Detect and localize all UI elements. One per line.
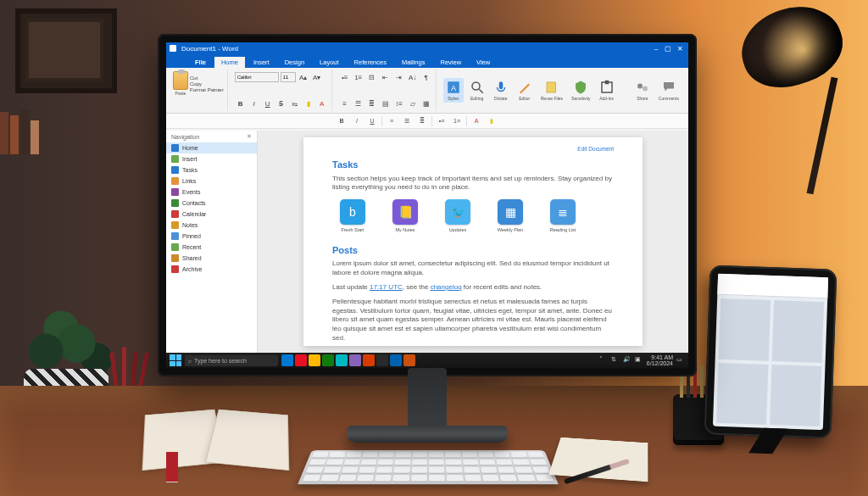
tab-design[interactable]: Design bbox=[278, 57, 311, 68]
nav-item-recent[interactable]: Recent bbox=[166, 242, 257, 253]
tab-insert[interactable]: Insert bbox=[247, 57, 276, 68]
fmt-bullets-icon[interactable]: •≡ bbox=[436, 116, 448, 126]
doc-link-time[interactable]: 17:17 UTC bbox=[370, 283, 403, 291]
tray-notifications-icon[interactable]: ▭ bbox=[676, 356, 685, 365]
tray-volume-icon[interactable]: 🔊 bbox=[623, 356, 632, 365]
sensitivity-button[interactable]: Sensitivity bbox=[569, 78, 593, 103]
decrease-indent-icon[interactable]: ⇤ bbox=[380, 71, 392, 83]
bullets-icon[interactable]: •≡ bbox=[339, 71, 351, 83]
grow-font-icon[interactable]: A▴ bbox=[298, 71, 309, 83]
taskbar-pinned-6[interactable] bbox=[363, 354, 375, 366]
fmt-highlight-icon[interactable]: ▮ bbox=[486, 116, 498, 126]
tray-battery-icon[interactable]: ▣ bbox=[635, 356, 643, 365]
doc-app-updates[interactable]: 🐦Updates bbox=[437, 199, 478, 233]
bold-icon[interactable]: B bbox=[235, 98, 247, 109]
sort-icon[interactable]: A↓ bbox=[407, 71, 419, 83]
nav-item-home[interactable]: Home bbox=[166, 142, 257, 153]
tab-mailings[interactable]: Mailings bbox=[395, 57, 432, 68]
highlight-icon[interactable]: ▮ bbox=[303, 98, 314, 109]
comments-button[interactable]: Comments bbox=[656, 78, 682, 103]
styles-button[interactable]: A Styles bbox=[443, 78, 464, 103]
document-page[interactable]: Edit Document Tasks This section helps y… bbox=[303, 137, 643, 346]
fmt-underline-icon[interactable]: U bbox=[366, 116, 378, 126]
fmt-color-icon[interactable]: A bbox=[470, 116, 482, 126]
tab-home[interactable]: Home bbox=[214, 57, 245, 68]
fmt-bold-icon[interactable]: B bbox=[336, 116, 348, 126]
editing-button[interactable]: Editing bbox=[467, 78, 487, 103]
taskbar-pinned-4[interactable] bbox=[336, 354, 348, 366]
taskbar-pinned-9[interactable] bbox=[403, 354, 415, 366]
font-size-select[interactable]: 11 bbox=[281, 72, 296, 82]
taskbar-pinned-5[interactable] bbox=[349, 354, 361, 366]
start-button[interactable] bbox=[170, 354, 181, 366]
shading-icon[interactable]: ▱ bbox=[407, 98, 419, 109]
fmt-align-right-icon[interactable]: ≣ bbox=[416, 116, 428, 126]
nav-item-contacts[interactable]: Contacts bbox=[166, 198, 257, 209]
navpane-close-icon[interactable]: ✕ bbox=[247, 133, 252, 140]
doc-link-changelog[interactable]: changelog bbox=[431, 283, 462, 291]
close-button[interactable]: ✕ bbox=[675, 45, 685, 52]
doc-app-weekly-plan[interactable]: ▦Weekly Plan bbox=[490, 199, 531, 233]
nav-item-calendar[interactable]: Calendar bbox=[166, 209, 257, 220]
fmt-numbers-icon[interactable]: 1≡ bbox=[451, 116, 463, 126]
taskbar-clock[interactable]: 9:41 AM 6/12/2024 bbox=[647, 354, 673, 366]
dictate-button[interactable]: Dictate bbox=[491, 78, 511, 103]
taskbar-search[interactable]: ⌕ Type here to search bbox=[185, 355, 278, 366]
reuse-files-button[interactable]: Reuse Files bbox=[538, 78, 565, 103]
fmt-italic-icon[interactable]: I bbox=[351, 116, 363, 126]
show-marks-icon[interactable]: ¶ bbox=[420, 71, 432, 83]
nav-item-archive[interactable]: Archive bbox=[166, 264, 257, 275]
tab-file[interactable]: File bbox=[188, 57, 213, 68]
minimize-button[interactable]: – bbox=[651, 45, 661, 52]
tray-chevron-icon[interactable]: ˄ bbox=[599, 356, 608, 365]
strike-icon[interactable]: S̶ bbox=[275, 98, 287, 109]
share-button[interactable]: Share bbox=[632, 78, 653, 103]
underline-icon[interactable]: U bbox=[262, 98, 274, 109]
increase-indent-icon[interactable]: ⇥ bbox=[393, 71, 405, 83]
addins-button[interactable]: Add-ins bbox=[597, 78, 617, 103]
nav-item-links[interactable]: Links bbox=[166, 176, 257, 187]
align-left-icon[interactable]: ≡ bbox=[339, 98, 351, 109]
numbering-icon[interactable]: 1≡ bbox=[353, 71, 364, 83]
italic-icon[interactable]: I bbox=[248, 98, 260, 109]
taskbar-pinned-8[interactable] bbox=[390, 354, 402, 366]
nav-item-insert[interactable]: Insert bbox=[166, 153, 257, 164]
cut-button[interactable]: Cut bbox=[190, 75, 224, 81]
paste-button[interactable]: Paste bbox=[173, 71, 188, 96]
font-name-select[interactable]: Calibri bbox=[235, 72, 279, 82]
taskbar-pinned-0[interactable] bbox=[281, 354, 293, 366]
taskbar-pinned-1[interactable] bbox=[295, 354, 307, 366]
borders-icon[interactable]: ▦ bbox=[420, 98, 432, 109]
tab-view[interactable]: View bbox=[470, 57, 497, 68]
font-color-icon[interactable]: A bbox=[316, 98, 328, 109]
nav-item-tasks[interactable]: Tasks bbox=[166, 164, 257, 176]
taskbar-pinned-2[interactable] bbox=[309, 354, 320, 366]
subscript-icon[interactable]: x₂ bbox=[289, 98, 301, 109]
taskbar-pinned-7[interactable] bbox=[376, 354, 388, 366]
fmt-align-center-icon[interactable]: ☰ bbox=[401, 116, 413, 126]
align-center-icon[interactable]: ☰ bbox=[353, 98, 364, 109]
copy-button[interactable]: Copy bbox=[190, 81, 224, 86]
nav-item-events[interactable]: Events bbox=[166, 187, 257, 198]
editor-button[interactable]: Editor bbox=[515, 78, 535, 103]
format-painter-button[interactable]: Format Painter bbox=[190, 87, 224, 92]
multilevel-icon[interactable]: ⊟ bbox=[366, 71, 378, 83]
document-area[interactable]: Edit Document Tasks This section helps y… bbox=[258, 131, 688, 353]
align-right-icon[interactable]: ≣ bbox=[366, 98, 378, 109]
doc-app-my-notes[interactable]: 📒My Notes bbox=[385, 199, 426, 233]
shrink-font-icon[interactable]: A▾ bbox=[311, 71, 323, 83]
tray-network-icon[interactable]: ⇅ bbox=[611, 356, 620, 365]
nav-item-pinned[interactable]: Pinned bbox=[166, 231, 257, 242]
taskbar-pinned-3[interactable] bbox=[322, 354, 334, 366]
fmt-align-left-icon[interactable]: ≡ bbox=[386, 116, 398, 126]
justify-icon[interactable]: ▤ bbox=[380, 98, 392, 109]
tab-layout[interactable]: Layout bbox=[313, 57, 346, 68]
doc-app-fresh-start[interactable]: bFresh Start bbox=[332, 199, 373, 233]
nav-item-shared[interactable]: Shared bbox=[166, 253, 257, 264]
doc-app-reading-list[interactable]: ≣Reading List bbox=[542, 199, 583, 233]
nav-item-notes[interactable]: Notes bbox=[166, 220, 257, 231]
maximize-button[interactable]: ▢ bbox=[663, 45, 673, 52]
edit-document-link[interactable]: Edit Document bbox=[332, 146, 614, 153]
line-spacing-icon[interactable]: ↕≡ bbox=[393, 98, 405, 109]
tab-review[interactable]: Review bbox=[433, 57, 468, 68]
